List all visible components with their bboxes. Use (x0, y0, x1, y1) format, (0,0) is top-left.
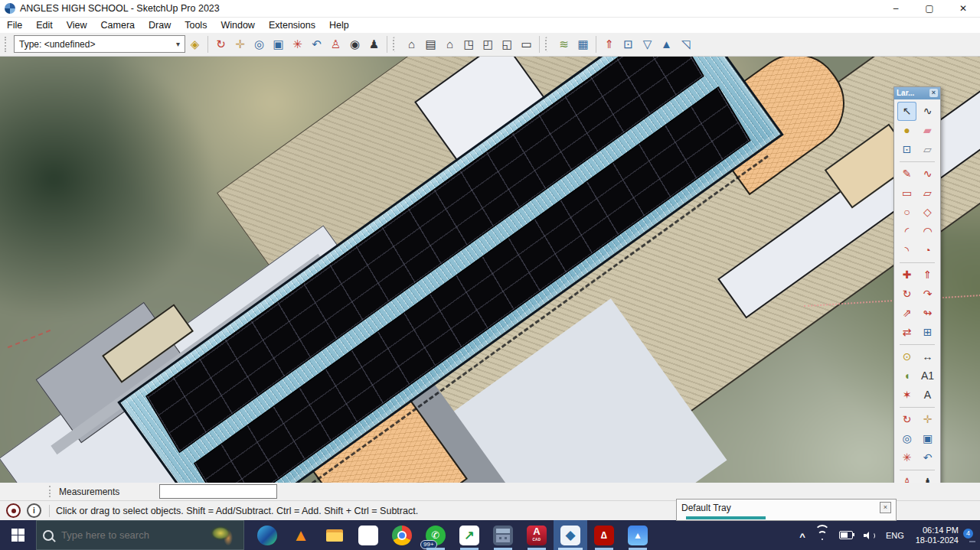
taskbar-app-acrobat[interactable]: ∆ (587, 520, 621, 550)
pan-icon[interactable]: ✛ (918, 410, 937, 429)
line-icon[interactable]: ✎ (897, 164, 916, 184)
palette-close-icon[interactable]: × (929, 89, 938, 97)
taskbar-app-calculator[interactable] (486, 520, 520, 550)
minimize-button[interactable]: – (879, 0, 913, 17)
protractor-icon[interactable]: ◖ (897, 366, 916, 386)
circle-icon[interactable]: ○ (897, 203, 916, 222)
zoom-extents-icon[interactable]: ✳ (288, 35, 307, 54)
view-left-icon[interactable]: ◱ (498, 35, 517, 54)
axes-icon[interactable]: ✶ (897, 386, 916, 405)
menu-file[interactable]: File (0, 18, 29, 32)
position-camera-icon[interactable]: ♙ (897, 473, 916, 483)
view-front-icon[interactable]: ⌂ (440, 35, 459, 54)
walk-icon[interactable]: ♟ (918, 473, 937, 483)
search-input[interactable] (60, 529, 207, 542)
orbit-icon[interactable]: ↻ (897, 410, 916, 429)
language-indicator[interactable]: ENG (886, 531, 904, 540)
freehand-icon[interactable]: ∿ (918, 164, 937, 184)
classification-type-dropdown[interactable]: Type: <undefined> ▾ (14, 35, 185, 53)
taskbar-search-box[interactable] (36, 520, 244, 550)
walk-icon[interactable]: ♟ (364, 35, 384, 54)
menu-help[interactable]: Help (322, 18, 356, 32)
look-around-icon[interactable]: ◉ (345, 35, 364, 54)
menu-view[interactable]: View (60, 18, 94, 32)
taskbar-app-whatsapp[interactable]: ✆ 99+ (419, 520, 452, 550)
volume-icon[interactable] (864, 531, 875, 540)
zoom-icon[interactable]: ◎ (897, 429, 916, 448)
menu-draw[interactable]: Draw (142, 18, 178, 32)
taskbar-app-stocks[interactable]: ↗ (452, 520, 486, 550)
search-highlight-image[interactable] (207, 524, 237, 547)
paint-bucket-icon[interactable]: ● (897, 121, 916, 140)
menu-window[interactable]: Window (214, 18, 261, 32)
view-back-icon[interactable]: ◰ (479, 35, 498, 54)
view-top-icon[interactable]: ▤ (421, 35, 440, 54)
view-bottom-icon[interactable]: ▭ (517, 35, 536, 54)
zoom-previous-icon[interactable]: ↶ (307, 35, 326, 54)
taskbar-app-photos[interactable]: ▲ (621, 520, 655, 550)
three-point-arc-icon[interactable]: ◝ (897, 241, 916, 260)
flip-icon[interactable]: ⇄ (897, 323, 916, 342)
scale-icon[interactable]: ⇗ (897, 304, 916, 323)
lasso-icon[interactable]: ∿ (918, 102, 937, 121)
close-button[interactable]: ✕ (946, 0, 980, 17)
start-button[interactable] (0, 520, 36, 550)
stamp-icon[interactable]: ⊡ (619, 35, 638, 54)
rotate-icon[interactable]: ↻ (897, 285, 916, 304)
zoom-icon[interactable]: ◎ (250, 35, 269, 54)
push-pull-icon[interactable]: ⇑ (918, 265, 937, 285)
menu-camera[interactable]: Camera (94, 18, 142, 32)
credits-info-icon[interactable]: i (27, 503, 41, 518)
measurements-input[interactable] (159, 484, 277, 499)
drape-icon[interactable]: ▽ (638, 35, 657, 54)
battery-icon[interactable] (839, 531, 853, 539)
dimensions-icon[interactable]: ↔ (918, 347, 937, 366)
tray-chevron-icon[interactable]: ^ (799, 531, 805, 542)
menu-tools[interactable]: Tools (178, 18, 214, 32)
orbit-icon[interactable]: ↻ (211, 35, 230, 54)
zoom-window-icon[interactable]: ▣ (269, 35, 288, 54)
taskbar-app-edge[interactable] (250, 520, 284, 550)
clock[interactable]: 06:14 PM 18-01-2024 (916, 526, 959, 545)
eraser-icon[interactable]: ▰ (918, 121, 937, 140)
sandbox-from-contours-icon[interactable]: ≋ (554, 35, 573, 54)
taskbar-app-sketchup[interactable]: ◆ (554, 520, 587, 550)
tag-icon[interactable]: ▱ (918, 140, 937, 159)
default-tray-title-bar[interactable]: Default Tray × (677, 500, 896, 516)
text-icon[interactable]: A1 (918, 366, 937, 386)
zoom-window-icon[interactable]: ▣ (918, 429, 937, 448)
view-right-icon[interactable]: ◳ (459, 35, 479, 54)
add-detail-icon[interactable]: ▲ (657, 35, 676, 54)
geolocation-icon[interactable] (6, 503, 21, 518)
rotated-rectangle-icon[interactable]: ▱ (918, 184, 937, 203)
smoove-icon[interactable]: ⇑ (599, 35, 619, 54)
wifi-icon[interactable] (816, 531, 828, 540)
move-icon[interactable]: ✚ (897, 265, 916, 285)
solid-tools-icon[interactable]: ⊞ (918, 323, 937, 342)
zoom-previous-icon[interactable]: ↶ (918, 448, 937, 467)
taskbar-app-vlc[interactable]: ▲ (284, 520, 318, 550)
zoom-extents-icon[interactable]: ✳ (897, 448, 916, 467)
pie-icon[interactable]: ◔ (918, 241, 937, 260)
classifier-icon[interactable]: ◈ (185, 35, 204, 54)
taskbar-app-autocad[interactable]: ACAD (520, 520, 554, 550)
rectangle-icon[interactable]: ▭ (897, 184, 916, 203)
menu-edit[interactable]: Edit (29, 18, 60, 32)
pan-icon[interactable]: ✛ (230, 35, 250, 54)
position-camera-icon[interactable]: ♙ (326, 35, 345, 54)
maximize-button[interactable]: ▢ (913, 0, 946, 17)
two-point-arc-icon[interactable]: ◠ (918, 222, 937, 241)
default-tray-close-icon[interactable]: × (880, 502, 891, 513)
view-iso-icon[interactable]: ⌂ (402, 35, 421, 54)
sandbox-from-scratch-icon[interactable]: ▦ (573, 35, 593, 54)
tape-measure-icon[interactable]: ⊙ (897, 347, 916, 366)
select-icon[interactable]: ↖ (897, 102, 916, 121)
polygon-icon[interactable]: ◇ (918, 203, 937, 222)
palette-title-bar[interactable]: Lar... × (894, 87, 940, 99)
taskbar-app-file-explorer[interactable] (318, 520, 351, 550)
menu-extensions[interactable]: Extensions (262, 18, 322, 32)
make-component-icon[interactable]: ⊡ (897, 140, 916, 159)
arc-icon[interactable]: ◜ (897, 222, 916, 241)
taskbar-app-chrome[interactable] (385, 520, 419, 550)
follow-me-icon[interactable]: ↷ (918, 285, 937, 304)
